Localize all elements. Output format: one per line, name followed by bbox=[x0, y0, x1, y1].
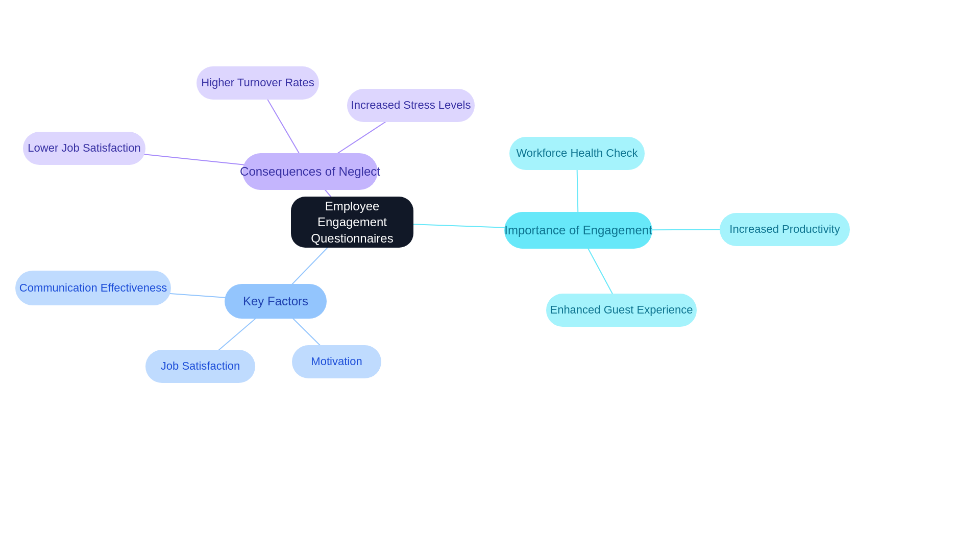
workforce-health-node: Workforce Health Check bbox=[509, 137, 645, 170]
enhanced-guest-label: Enhanced Guest Experience bbox=[550, 303, 693, 318]
increased-stress-label: Increased Stress Levels bbox=[351, 98, 471, 113]
center-label: Employee Engagement Questionnaires bbox=[307, 198, 397, 246]
increased-productivity-node: Increased Productivity bbox=[720, 213, 850, 246]
higher-turnover-node: Higher Turnover Rates bbox=[197, 66, 319, 100]
motivation-node: Motivation bbox=[292, 345, 381, 378]
lower-job-sat-node: Lower Job Satisfaction bbox=[23, 132, 145, 165]
motivation-label: Motivation bbox=[311, 354, 362, 369]
consequences-label: Consequences of Neglect bbox=[240, 163, 380, 179]
increased-productivity-label: Increased Productivity bbox=[729, 222, 840, 237]
importance-engagement-node: Importance of Engagement bbox=[504, 212, 652, 249]
lower-job-sat-label: Lower Job Satisfaction bbox=[28, 141, 140, 156]
key-factors-label: Key Factors bbox=[243, 293, 308, 309]
comm-effectiveness-label: Communication Effectiveness bbox=[19, 281, 167, 296]
comm-effectiveness-node: Communication Effectiveness bbox=[15, 271, 171, 305]
higher-turnover-label: Higher Turnover Rates bbox=[201, 76, 314, 90]
job-sat-label: Job Satisfaction bbox=[161, 359, 240, 374]
importance-engagement-label: Importance of Engagement bbox=[504, 222, 652, 238]
workforce-health-label: Workforce Health Check bbox=[517, 146, 638, 161]
enhanced-guest-node: Enhanced Guest Experience bbox=[546, 294, 697, 327]
job-sat-node: Job Satisfaction bbox=[145, 350, 255, 383]
consequences-node: Consequences of Neglect bbox=[242, 153, 378, 190]
increased-stress-node: Increased Stress Levels bbox=[347, 89, 475, 122]
key-factors-node: Key Factors bbox=[225, 284, 327, 319]
center-node: Employee Engagement Questionnaires bbox=[291, 197, 413, 248]
